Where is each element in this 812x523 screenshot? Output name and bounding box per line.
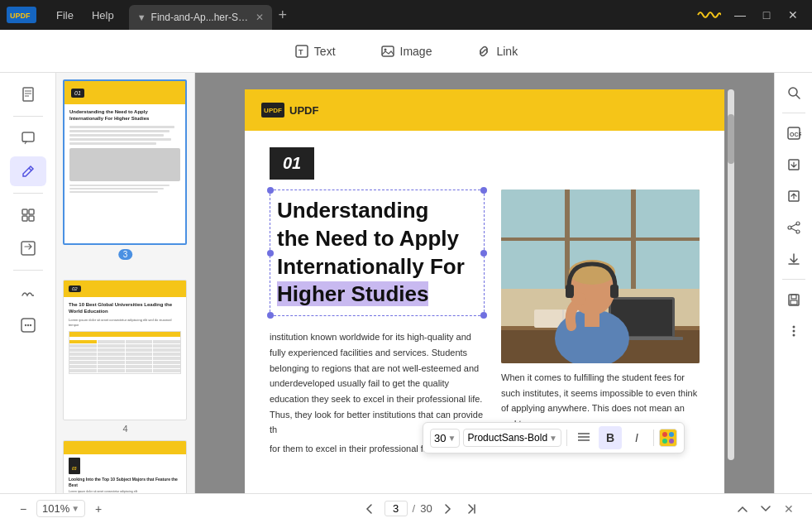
svg-point-64 <box>792 326 795 329</box>
selection-handle-br[interactable] <box>480 312 487 319</box>
svg-rect-63 <box>791 300 797 305</box>
selection-handle-tr[interactable] <box>480 187 487 194</box>
svg-text:OCR: OCR <box>790 132 801 137</box>
thumbnail-page-4[interactable]: 02 The 10 Best Global Universities Leadi… <box>63 280 188 434</box>
more-options-btn[interactable] <box>781 318 807 344</box>
minimize-btn[interactable]: — <box>728 5 752 25</box>
font-name-select[interactable]: ProductSans-Bold ▼ <box>463 429 561 447</box>
page-input[interactable] <box>385 501 408 516</box>
close-btn[interactable]: ✕ <box>781 5 805 25</box>
sidebar-btn-more[interactable] <box>10 310 46 340</box>
selection-handle-mr[interactable] <box>480 250 487 257</box>
sidebar-btn-organize[interactable] <box>10 200 46 230</box>
sidebar-btn-comment[interactable] <box>10 123 46 153</box>
italic-btn[interactable]: I <box>625 426 648 449</box>
import-icon <box>786 189 801 204</box>
export-btn[interactable] <box>781 151 807 178</box>
pdf-page-number-box: 01 <box>270 147 314 180</box>
menu-bar: File Help <box>48 6 122 25</box>
download-btn[interactable] <box>781 246 807 272</box>
sidebar-btn-convert[interactable] <box>10 233 46 263</box>
align-icon <box>577 432 590 444</box>
svg-line-50 <box>796 95 800 98</box>
svg-point-47 <box>662 439 667 444</box>
pdf-doc-header: UPDF UPDF <box>245 89 724 131</box>
svg-point-66 <box>792 334 795 337</box>
ocr-btn[interactable]: OCR <box>781 120 807 146</box>
svg-rect-14 <box>22 216 27 221</box>
image-label: Image <box>400 45 432 58</box>
save-btn[interactable] <box>781 286 807 313</box>
tab-close-btn[interactable]: ✕ <box>256 12 264 23</box>
text-label: Text <box>314 45 336 58</box>
scroll-thumb[interactable] <box>728 114 734 164</box>
main-area: 01 Understanding the Need to Apply Inter… <box>0 73 812 493</box>
export-icon <box>786 157 801 172</box>
selection-handle-tl[interactable] <box>267 187 274 194</box>
scroll-down-icon <box>760 503 771 515</box>
menu-file[interactable]: File <box>48 6 82 25</box>
thumbnail-panel: 01 Understanding the Need to Apply Inter… <box>56 73 195 493</box>
image-tool[interactable]: Image <box>370 39 442 64</box>
convert-icon <box>20 240 36 257</box>
scroll-down-btn[interactable] <box>756 499 776 519</box>
pdf-content-row: Understanding the Need to Apply Internat… <box>270 190 700 457</box>
text-icon: T <box>294 44 309 59</box>
svg-point-21 <box>29 324 31 326</box>
next-page-btn[interactable] <box>437 499 457 519</box>
sign-icon <box>20 284 36 300</box>
sidebar-btn-sign[interactable] <box>10 277 46 307</box>
svg-rect-10 <box>22 132 34 142</box>
link-tool[interactable]: Link <box>466 39 528 64</box>
sidebar-divider-1 <box>13 116 43 117</box>
svg-point-65 <box>792 330 795 333</box>
color-picker-btn[interactable] <box>659 429 677 447</box>
svg-rect-38 <box>610 285 619 298</box>
scroll-up-icon <box>737 503 748 515</box>
close-bottom-btn[interactable]: ✕ <box>779 499 799 519</box>
maximize-btn[interactable]: □ <box>754 5 779 25</box>
scroll-track <box>728 89 734 460</box>
active-tab[interactable]: ▼ Find-and-Ap...her-Studies* ✕ <box>129 5 272 30</box>
sidebar-btn-pages[interactable] <box>10 79 46 109</box>
zoom-in-btn[interactable]: + <box>88 499 108 519</box>
window-controls: — □ ✕ <box>728 5 805 25</box>
right-sidebar: OCR <box>774 73 812 493</box>
sidebar-divider-2 <box>13 193 43 194</box>
font-size-select[interactable]: 30 ▼ <box>430 429 460 448</box>
thumbnail-page-5[interactable]: 03 Looking Into the Top 10 Subject Major… <box>63 440 188 493</box>
pdf-text-selection[interactable]: Understanding the Need to Apply Internat… <box>270 190 485 316</box>
scroll-up-btn[interactable] <box>733 499 752 519</box>
zoom-value-display[interactable]: 101% ▼ <box>36 500 85 517</box>
pdf-header-brand: UPDF <box>289 104 318 117</box>
align-btn[interactable] <box>572 426 595 449</box>
prev-page-icon <box>364 503 375 515</box>
prev-page-btn[interactable] <box>360 499 380 519</box>
svg-rect-12 <box>22 209 27 214</box>
tab-title: Find-and-Ap...her-Studies* <box>151 12 251 23</box>
svg-line-59 <box>791 228 796 231</box>
zoom-out-btn[interactable]: − <box>13 499 33 519</box>
svg-point-45 <box>662 432 667 437</box>
svg-point-55 <box>796 222 800 225</box>
link-icon <box>476 44 491 59</box>
bold-btn[interactable]: B <box>599 426 622 449</box>
share-btn[interactable] <box>781 214 807 241</box>
main-toolbar: T Text Image Link <box>0 30 812 73</box>
text-tool[interactable]: T Text <box>284 39 346 64</box>
thumb-img-4: 02 The 10 Best Global Universities Leadi… <box>63 280 187 420</box>
left-sidebar <box>0 73 56 493</box>
selection-handle-ml[interactable] <box>267 250 274 257</box>
selection-handle-bl[interactable] <box>267 312 274 319</box>
add-tab-btn[interactable]: + <box>272 5 294 26</box>
download-icon <box>786 252 801 266</box>
svg-rect-40 <box>585 312 599 327</box>
sidebar-btn-edit[interactable] <box>10 156 46 186</box>
right-divider-2 <box>782 279 805 280</box>
last-page-btn[interactable] <box>462 499 482 519</box>
import-btn[interactable] <box>781 183 807 209</box>
menu-help[interactable]: Help <box>84 6 122 25</box>
thumbnail-page-3[interactable]: 01 Understanding the Need to Apply Inter… <box>63 79 188 260</box>
search-btn[interactable] <box>781 79 807 106</box>
thumb-img-5: 03 Looking Into the Top 10 Subject Major… <box>63 440 187 493</box>
